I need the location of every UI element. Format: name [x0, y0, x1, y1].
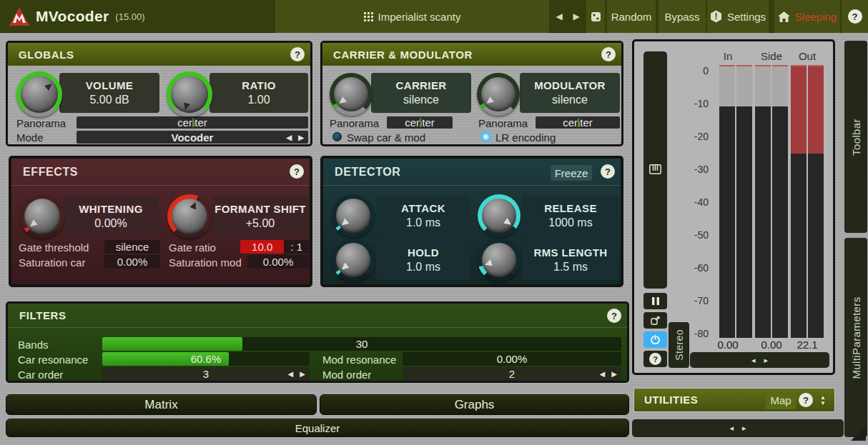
car-order-next-icon[interactable]: ▶	[300, 370, 305, 378]
mode-next-icon[interactable]: ▶	[298, 134, 304, 141]
ratio-knob[interactable]	[167, 71, 212, 117]
tab-graphs[interactable]: Graphs	[320, 394, 629, 415]
lr-encoding-checkbox[interactable]	[481, 132, 490, 141]
ratio-display[interactable]: RATIO 1.00	[209, 73, 308, 113]
random-preset-dice-button[interactable]	[586, 0, 605, 33]
meter-pause-button[interactable]	[643, 293, 667, 309]
globals-panel: GLOBALS ? VOLUME 5.00 dB RATIO 1.00 Pano…	[6, 41, 312, 146]
meter-tick: -80	[694, 328, 709, 339]
matrix-label: Matrix	[144, 398, 177, 412]
filters-header[interactable]: FILTERS ?	[8, 304, 627, 328]
formant-shift-label: FORMANT SHIFT	[214, 203, 306, 215]
attack-knob[interactable]	[332, 194, 375, 237]
global-panorama-bar[interactable]: center	[77, 116, 308, 129]
equalizer-label: Equalizer	[295, 422, 340, 434]
detector-help-icon[interactable]: ?	[601, 164, 615, 179]
mod-order-prev-icon[interactable]: ◀	[600, 370, 606, 378]
mode-label: Mode	[16, 131, 44, 144]
bottom-right-scrollbar[interactable]: ◂ ▸	[632, 419, 844, 437]
meter-power-button[interactable]	[643, 331, 667, 348]
tab-equalizer[interactable]: Equalizer	[6, 419, 629, 437]
random-button[interactable]: Random	[607, 0, 656, 33]
utilities-help-icon[interactable]: ?	[799, 393, 813, 407]
hold-knob[interactable]	[332, 239, 375, 281]
modulator-display[interactable]: MODULATOR silence	[520, 73, 620, 113]
ratio-value: 1.00	[247, 94, 270, 106]
bands-slider[interactable]: 30	[102, 337, 621, 351]
effects-help-icon[interactable]: ?	[290, 164, 304, 179]
saturation-mod-value[interactable]: 0.00%	[247, 255, 309, 269]
mod-resonance-slider[interactable]: 0.00%	[403, 352, 621, 366]
settings-button[interactable]: ! Settings	[707, 0, 769, 33]
meter-column-out: Out	[787, 50, 827, 62]
map-button[interactable]: Map	[766, 391, 796, 409]
modulator-panorama-bar[interactable]: center	[536, 116, 620, 129]
global-help-button[interactable]: ?	[842, 0, 868, 33]
release-display[interactable]: RELEASE 1000 ms	[522, 196, 619, 236]
formant-shift-display[interactable]: FORMANT SHIFT +5.00	[212, 196, 309, 237]
mod-order-label: Mod order	[322, 369, 371, 381]
meter-popout-button[interactable]	[643, 312, 667, 329]
gate-threshold-value[interactable]: silence	[104, 240, 160, 254]
tab-multiparameters[interactable]: MultiParameters	[844, 238, 867, 437]
swap-car-mod-checkbox[interactable]	[332, 132, 342, 141]
bypass-button[interactable]: Bypass	[659, 0, 706, 33]
car-order-selector[interactable]: 3 ◀▶	[102, 367, 310, 381]
meter-range-slider[interactable]	[643, 51, 667, 289]
saturation-mod-label: Saturation mod	[169, 256, 242, 269]
mode-selector[interactable]: Vocoder ◀▶	[77, 131, 308, 144]
rms-length-display[interactable]: RMS LENGTH 1.5 ms	[522, 240, 619, 280]
detector-header[interactable]: DETECTOR Freeze ?	[323, 159, 621, 186]
whitening-knob[interactable]	[20, 194, 64, 239]
meter-tick: -70	[694, 295, 709, 306]
attack-display[interactable]: ATTACK 1.0 ms	[376, 196, 470, 236]
whitening-display[interactable]: WHITENING 0.00%	[63, 196, 159, 237]
preset-next-button[interactable]: ▶	[568, 0, 585, 33]
gate-ratio-suffix: : 1	[284, 241, 309, 253]
sleeping-status[interactable]: Sleeping	[774, 0, 840, 33]
meter-value-side: 0.00	[751, 339, 791, 351]
carrier-panorama-bar[interactable]: center	[387, 116, 453, 129]
volume-knob[interactable]	[16, 71, 62, 117]
formant-shift-knob[interactable]	[167, 194, 212, 239]
car-resonance-slider[interactable]: 60.6%	[102, 352, 310, 366]
preset-name: Imperialist scanty	[378, 11, 461, 23]
globals-help-icon[interactable]: ?	[290, 47, 305, 61]
gate-ratio-value[interactable]: 10.0 : 1	[240, 240, 309, 254]
tab-stereo[interactable]: Stereo	[669, 322, 689, 368]
globals-header[interactable]: GLOBALS ?	[8, 43, 310, 66]
modulator-knob[interactable]	[477, 73, 520, 116]
power-icon	[651, 335, 660, 344]
car-order-prev-icon[interactable]: ◀	[288, 370, 294, 378]
meter-horizontal-scrollbar[interactable]: ◂ ▸	[690, 352, 829, 368]
carrier-display[interactable]: CARRIER silence	[371, 73, 471, 113]
lr-encoding-label[interactable]: LR encoding	[495, 131, 556, 144]
attack-value: 1.0 ms	[406, 216, 440, 229]
utilities-panel[interactable]: UTILITIES Map ? ▲ ▼	[633, 388, 835, 412]
freeze-button[interactable]: Freeze	[551, 165, 592, 181]
window-resize-handle[interactable]	[851, 426, 866, 441]
preset-selector[interactable]: Imperialist scanty	[275, 0, 549, 33]
mod-order-next-icon[interactable]: ▶	[611, 370, 617, 378]
mode-prev-icon[interactable]: ◀	[287, 134, 292, 141]
carrier-modulator-header[interactable]: CARRIER & MODULATOR ?	[322, 43, 621, 66]
mod-order-selector[interactable]: 2 ◀▶	[403, 367, 621, 381]
carrier-modulator-help-icon[interactable]: ?	[601, 47, 616, 61]
saturation-car-value[interactable]: 0.00%	[104, 255, 160, 269]
utilities-expand-stepper[interactable]: ▲ ▼	[817, 391, 829, 409]
meter-bar-out-right	[808, 65, 824, 338]
tab-matrix[interactable]: Matrix	[6, 394, 317, 415]
meter-help-button[interactable]: ?	[643, 351, 667, 367]
modulator-label: MODULATOR	[534, 79, 606, 91]
tab-toolbar[interactable]: Toolbar	[844, 41, 867, 233]
filters-help-icon[interactable]: ?	[607, 309, 621, 323]
effects-header[interactable]: EFFECTS ?	[11, 159, 310, 186]
rms-length-knob[interactable]	[478, 239, 521, 281]
preset-previous-button[interactable]: ◀	[551, 0, 568, 33]
volume-display[interactable]: VOLUME 5.00 dB	[59, 73, 159, 113]
swap-car-mod-label[interactable]: Swap car & mod	[347, 131, 425, 144]
hold-display[interactable]: HOLD 1.0 ms	[376, 240, 470, 280]
carrier-knob[interactable]	[330, 73, 373, 116]
melda-logo-icon[interactable]	[9, 6, 30, 26]
release-knob[interactable]	[478, 194, 521, 237]
